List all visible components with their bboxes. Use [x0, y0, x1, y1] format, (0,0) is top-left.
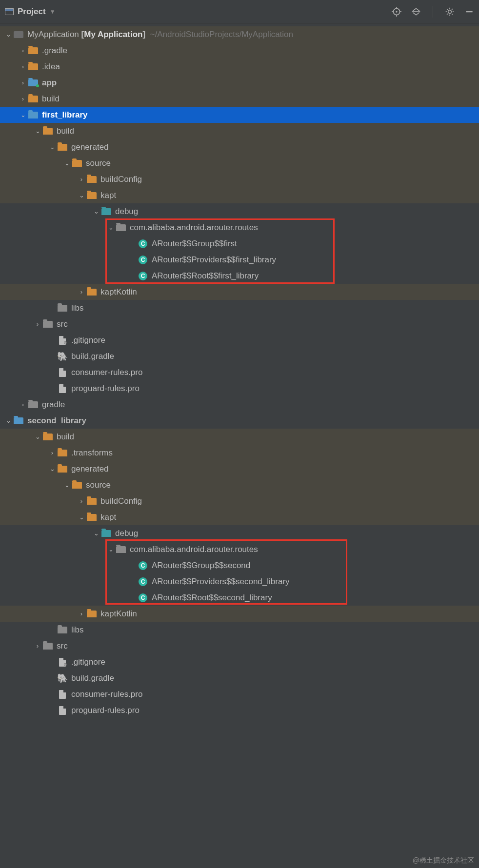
tree-item[interactable]: › libs: [0, 300, 479, 316]
toolbar-left[interactable]: Project ▼: [5, 7, 56, 17]
folder-icon: [28, 95, 38, 103]
expand-arrow[interactable]: ›: [78, 288, 85, 296]
expand-arrow[interactable]: ›: [78, 610, 85, 617]
tree-item[interactable]: ⌄ generated: [0, 139, 479, 155]
tree-item-class[interactable]: › C ARouter$$Group$$first: [0, 236, 479, 252]
target-icon[interactable]: [392, 7, 401, 17]
expand-arrow[interactable]: ⌄: [63, 159, 70, 167]
expand-arrow[interactable]: ⌄: [93, 530, 100, 537]
tree-item-class[interactable]: › C ARouter$$Providers$$second_library: [0, 573, 479, 590]
expand-arrow[interactable]: ⌄: [78, 513, 85, 521]
expand-arrow[interactable]: ⌄: [49, 143, 56, 151]
tree-item-gradle[interactable]: › .gradle: [0, 42, 479, 59]
tree-item-class[interactable]: › C ARouter$$Group$$second: [0, 557, 479, 573]
tree-item[interactable]: › src: [0, 638, 479, 654]
tree-item-file[interactable]: › .gitignore: [0, 654, 479, 670]
expand-arrow[interactable]: ›: [20, 63, 26, 70]
expand-arrow[interactable]: ›: [20, 79, 26, 86]
folder-label: generated: [71, 142, 109, 152]
folder-label: src: [57, 319, 68, 329]
tree-item-file[interactable]: › consumer-rules.pro: [0, 686, 479, 702]
expand-arrow[interactable]: ⌄: [5, 31, 12, 38]
expand-arrow[interactable]: ›: [78, 176, 85, 183]
tree-root[interactable]: ⌄ MyApplication [My Application] ~/Andro…: [0, 26, 479, 42]
package-icon: [116, 546, 126, 553]
folder-icon: [58, 449, 67, 457]
tree-item-file[interactable]: › proguard-rules.pro: [0, 380, 479, 396]
tree-item-idea[interactable]: › .idea: [0, 59, 479, 75]
expand-arrow[interactable]: ›: [20, 47, 26, 54]
expand-arrow[interactable]: ⌄: [34, 127, 41, 135]
tree-item-file[interactable]: › 🐘 build.gradle: [0, 670, 479, 686]
tree-item[interactable]: ⌄ debug: [0, 525, 479, 541]
tree-item[interactable]: ⌄ source: [0, 155, 479, 171]
tree-item-class[interactable]: › C ARouter$$Providers$$first_library: [0, 252, 479, 268]
tree-item-second-library[interactable]: ⌄ second_library: [0, 413, 479, 429]
tree-item[interactable]: › kaptKotlin: [0, 284, 479, 300]
expand-arrow[interactable]: ›: [34, 642, 41, 650]
expand-arrow[interactable]: ⌄: [93, 208, 100, 215]
expand-arrow[interactable]: ⌄: [63, 481, 70, 489]
tree-item-package[interactable]: ⌄ com.alibaba.android.arouter.routes: [0, 541, 479, 557]
folder-label: second_library: [27, 416, 86, 426]
class-label: ARouter$$Providers$$first_library: [152, 255, 276, 265]
package-label: com.alibaba.android.arouter.routes: [130, 545, 258, 554]
expand-arrow[interactable]: ⌄: [49, 465, 56, 473]
tree-item[interactable]: › .transforms: [0, 445, 479, 461]
class-icon: C: [138, 578, 148, 586]
gradle-icon: 🐘: [58, 353, 67, 360]
folder-label: src: [57, 641, 68, 651]
tree-item[interactable]: ⌄ kapt: [0, 187, 479, 203]
tree-item[interactable]: › libs: [0, 622, 479, 638]
window-icon: [5, 8, 14, 15]
project-tree: ⌄ MyApplication [My Application] ~/Andro…: [0, 23, 479, 718]
expand-arrow[interactable]: ›: [78, 497, 85, 505]
expand-arrow[interactable]: ⌄: [34, 433, 41, 440]
tree-item[interactable]: › buildConfig: [0, 171, 479, 187]
folder-label: app: [42, 78, 57, 88]
gear-icon[interactable]: [445, 7, 455, 17]
expand-arrow[interactable]: ›: [49, 449, 56, 456]
tree-item-app[interactable]: › app: [0, 75, 479, 91]
tree-item-file[interactable]: › consumer-rules.pro: [0, 364, 479, 380]
svg-point-1: [396, 11, 397, 12]
tree-item[interactable]: › src: [0, 316, 479, 332]
expand-arrow[interactable]: ›: [34, 320, 41, 328]
module-icon: [28, 111, 38, 119]
tree-item[interactable]: ⌄ source: [0, 477, 479, 493]
tree-item[interactable]: ⌄ build: [0, 123, 479, 139]
tree-item-package[interactable]: ⌄ com.alibaba.android.arouter.routes: [0, 219, 479, 236]
expand-arrow[interactable]: ›: [20, 401, 26, 408]
expand-arrow[interactable]: ⌄: [107, 546, 114, 553]
tree-item[interactable]: ⌄ generated: [0, 461, 479, 477]
tree-item[interactable]: ⌄ kapt: [0, 509, 479, 525]
folder-label: build: [57, 126, 74, 136]
tree-item[interactable]: ⌄ debug: [0, 203, 479, 219]
tree-item-first-library[interactable]: ⌄ first_library: [0, 107, 479, 123]
expand-arrow[interactable]: ⌄: [107, 224, 114, 231]
chevron-down-icon[interactable]: ▼: [50, 8, 56, 15]
collapse-icon[interactable]: [411, 7, 421, 17]
folder-label: buildConfig: [100, 496, 142, 506]
tree-item-build[interactable]: › build: [0, 91, 479, 107]
tree-item-file[interactable]: › proguard-rules.pro: [0, 702, 479, 718]
file-icon: [58, 690, 67, 698]
module-icon: [14, 417, 23, 425]
expand-arrow[interactable]: ⌄: [78, 192, 85, 199]
tree-item-file[interactable]: › 🐘 build.gradle: [0, 348, 479, 364]
tree-item[interactable]: › gradle: [0, 396, 479, 413]
tree-item-class[interactable]: › C ARouter$$Root$$second_library: [0, 590, 479, 606]
tree-item[interactable]: ⌄ build: [0, 429, 479, 445]
folder-icon: [43, 433, 53, 441]
tree-item-class[interactable]: › C ARouter$$Root$$first_library: [0, 268, 479, 284]
expand-arrow[interactable]: ›: [20, 95, 26, 102]
folder-icon: [101, 530, 111, 537]
expand-arrow[interactable]: ⌄: [5, 417, 12, 424]
minimize-icon[interactable]: [464, 7, 474, 17]
tree-item[interactable]: › buildConfig: [0, 493, 479, 509]
tree-item[interactable]: › kaptKotlin: [0, 606, 479, 622]
tree-item-file[interactable]: › .gitignore: [0, 332, 479, 348]
folder-icon: [87, 288, 97, 296]
svg-point-7: [448, 10, 452, 13]
expand-arrow[interactable]: ⌄: [20, 111, 26, 118]
